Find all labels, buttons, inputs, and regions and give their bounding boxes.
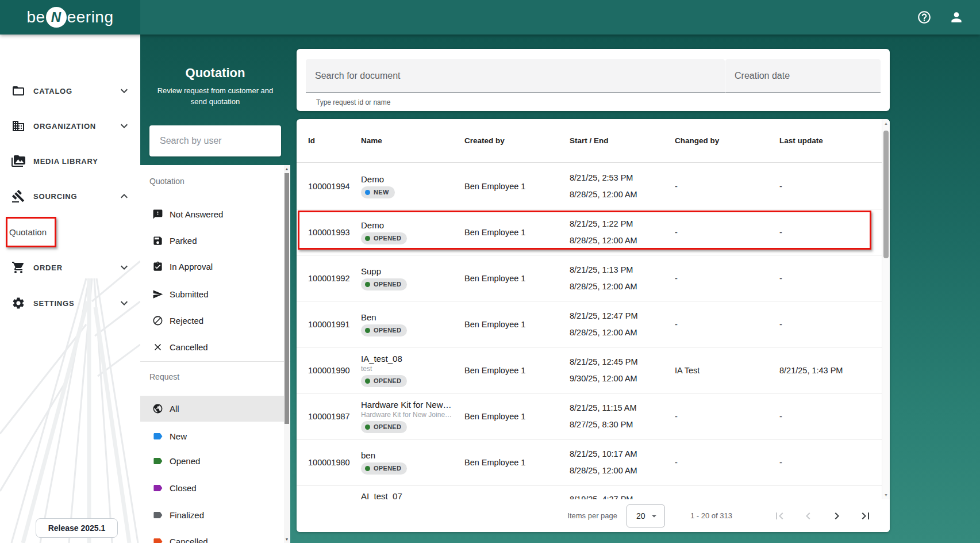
filter-request-all[interactable]: All [140, 396, 284, 422]
filter-cancelled-quotation[interactable]: Cancelled [140, 334, 284, 360]
table-row-highlighted[interactable]: 100001993 Demo OPENED Ben Employee 1 8/2… [297, 209, 882, 255]
sidebar-item-settings[interactable]: SETTINGS [0, 287, 140, 319]
status-dot [365, 328, 370, 333]
next-page-button[interactable] [830, 509, 844, 523]
filter-parked[interactable]: Parked [140, 228, 284, 253]
cell-created-by: Ben Employee 1 [464, 182, 570, 191]
scroll-down-icon[interactable]: ▼ [882, 493, 890, 497]
block-icon [152, 315, 163, 326]
chevron-down-icon [117, 119, 131, 133]
panel-subtitle: Review request from customer and send qu… [140, 85, 290, 107]
table-row[interactable]: 100001992 Supp OPENED Ben Employee 1 8/2… [297, 255, 882, 301]
scroll-down-icon[interactable]: ▼ [284, 537, 290, 541]
previous-page-button[interactable] [801, 509, 815, 523]
filter-request-cancelled[interactable]: Cancelled [140, 529, 284, 543]
cell-last-update: - [779, 412, 882, 421]
sidebar-item-label: ORDER [33, 263, 117, 272]
sidebar-item-label: CATALOG [33, 87, 117, 95]
status-dot [365, 190, 370, 195]
cell-name: Demo OPENED [361, 220, 464, 244]
sidebar-item-catalog[interactable]: CATALOG [0, 75, 140, 107]
filter-request-new[interactable]: New [140, 423, 284, 449]
filter-request-closed[interactable]: Closed [140, 475, 284, 500]
chevron-down-icon [117, 261, 131, 274]
tag-icon-new [152, 431, 163, 442]
release-version-button[interactable]: Release 2025.1 [36, 518, 118, 538]
col-last-update: Last update [779, 136, 882, 145]
cell-start-end: 8/21/25, 1:13 PM8/28/25, 12:00 AM [570, 262, 675, 295]
filter-rejected[interactable]: Rejected [140, 308, 284, 333]
scrollbar-thumb[interactable] [883, 131, 889, 258]
cell-id [308, 485, 361, 491]
scrollbar-thumb[interactable] [285, 173, 289, 424]
creation-date-input[interactable] [725, 59, 881, 92]
document-search-card: Type request id or name [297, 49, 890, 111]
table-row[interactable]: 100001987 Hardware Kit for New… Hardware… [297, 393, 882, 439]
sidebar-item-organization[interactable]: ORGANIZATION [0, 110, 140, 142]
cell-changed-by: - [675, 274, 779, 283]
scroll-up-icon[interactable]: ▲ [284, 167, 290, 171]
document-search-helper: Type request id or name [316, 98, 390, 106]
status-dot [365, 378, 370, 384]
sidebar-item-media-library[interactable]: MEDIA LIBRARY [0, 145, 140, 177]
table-row[interactable]: 100001994 Demo NEW Ben Employee 1 8/21/2… [297, 163, 882, 209]
filter-not-answered[interactable]: Not Answered [140, 201, 284, 227]
quotation-section-label: Quotation [149, 177, 185, 186]
cell-name: AI_test_07 [361, 485, 464, 499]
cell-name: Supp OPENED [361, 266, 464, 290]
table-row[interactable]: 100001991 Ben OPENED Ben Employee 1 8/21… [297, 301, 882, 347]
sidebar-item-order[interactable]: ORDER [0, 251, 140, 284]
table-row-partial[interactable]: AI_test_07 8/19/25, 4:27 PM [297, 485, 882, 499]
cell-name: Demo NEW [361, 174, 464, 198]
table-row[interactable]: 100001980 ben OPENED Ben Employee 1 8/21… [297, 439, 882, 485]
cell-created-by: Ben Employee 1 [464, 320, 570, 329]
items-per-page-label: Items per page [567, 511, 617, 520]
media-icon [11, 154, 25, 168]
app-logo: beNeering [27, 7, 114, 28]
page-size-select[interactable]: 20 [627, 504, 665, 527]
panel-scrollbar[interactable]: ▲ ▼ [284, 165, 290, 543]
cell-created-by: Ben Employee 1 [464, 366, 570, 375]
sidebar-subitem-label: Quotation [9, 227, 47, 237]
status-badge: OPENED [361, 324, 407, 336]
feedback-icon [152, 209, 163, 220]
scroll-up-icon[interactable]: ▲ [882, 121, 890, 125]
sidebar-item-sourcing[interactable]: SOURCING [0, 180, 140, 212]
cell-start-end: 8/19/25, 4:27 PM [570, 485, 675, 499]
table-scrollbar[interactable]: ▲ ▼ [882, 119, 890, 499]
status-badge: OPENED [361, 278, 407, 290]
person-icon[interactable] [949, 10, 964, 25]
col-changed-by: Changed by [675, 136, 779, 145]
tag-icon-cancelled [152, 536, 163, 543]
sidebar: CATALOG ORGANIZATION MEDIA LIBRARY SOURC… [0, 35, 140, 543]
cell-last-update: - [779, 320, 882, 329]
help-icon[interactable] [917, 10, 932, 25]
cell-start-end: 8/21/25, 12:47 PM8/28/25, 12:00 AM [570, 308, 675, 341]
cell-changed-by [675, 485, 779, 491]
cell-subname: Hardware Kit for New Joine… [361, 411, 458, 419]
close-icon [152, 342, 163, 353]
dropdown-arrow-icon [648, 510, 660, 522]
sidebar-subitem-quotation[interactable]: Quotation [0, 221, 140, 242]
cell-id: 100001994 [308, 182, 361, 191]
cell-created-by: Ben Employee 1 [464, 228, 570, 237]
request-section-label: Request [149, 372, 179, 381]
user-search-input[interactable] [149, 136, 279, 146]
last-page-button[interactable] [859, 509, 873, 523]
cell-start-end: 8/21/25, 2:53 PM8/28/25, 12:00 AM [570, 170, 675, 203]
filter-in-approval[interactable]: In Approval [140, 254, 284, 279]
first-page-button[interactable] [773, 509, 786, 523]
cell-id: 100001992 [308, 274, 361, 283]
filter-submitted[interactable]: Submitted [140, 281, 284, 307]
cell-changed-by: - [675, 320, 779, 329]
table-body: 100001994 Demo NEW Ben Employee 1 8/21/2… [297, 163, 882, 499]
cell-subname: test [361, 365, 458, 373]
filter-request-opened[interactable]: Opened [140, 448, 284, 473]
cell-last-update: - [779, 182, 882, 191]
cell-name: Ben OPENED [361, 312, 464, 336]
cell-last-update: - [779, 458, 882, 467]
table-row[interactable]: 100001990 IA_test_08 test OPENED Ben Emp… [297, 347, 882, 393]
document-search-field [306, 59, 725, 93]
document-search-input[interactable] [306, 59, 725, 92]
filter-request-finalized[interactable]: Finalized [140, 502, 284, 527]
